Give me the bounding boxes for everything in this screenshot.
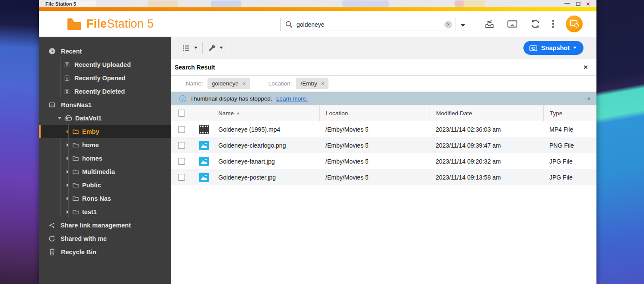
folder-logo-icon: [67, 17, 82, 30]
taskbar-ghost-icon: [211, 0, 241, 7]
close-button[interactable]: ×: [586, 0, 590, 7]
sidebar-item-test1[interactable]: test1: [39, 205, 171, 218]
column-header-modified[interactable]: Modified Date: [430, 105, 543, 121]
sidebar-item-recently-deleted[interactable]: Recently Deleted: [39, 85, 171, 98]
nas-icon: [48, 101, 56, 108]
tree-collapsed-caret-icon[interactable]: [67, 143, 69, 147]
search-options-caret[interactable]: [456, 21, 470, 28]
info-icon: i: [179, 95, 186, 102]
remove-filter-icon[interactable]: ×: [321, 80, 325, 87]
folder-icon: [72, 129, 79, 135]
document-list-icon: [64, 88, 70, 95]
image-file-icon: [199, 141, 209, 150]
sidebar-item-recently-uploaded[interactable]: Recently Uploaded: [39, 58, 171, 71]
accent-gradient-bar: [39, 7, 596, 11]
tree-collapsed-caret-icon[interactable]: [67, 197, 69, 200]
refresh-icon[interactable]: [530, 19, 541, 29]
sidebar-item-multimedia[interactable]: Multimedia: [39, 165, 171, 178]
header-actions: [484, 11, 583, 37]
file-table: Name Location Modified Date Type Goldene…: [171, 105, 596, 284]
sidebar-item-recent[interactable]: Recent: [39, 44, 171, 58]
sort-ascending-icon: [236, 112, 240, 114]
search-clear-icon[interactable]: ×: [444, 21, 452, 28]
row-checkbox[interactable]: [178, 142, 185, 149]
view-mode-button[interactable]: [182, 44, 202, 52]
select-all-checkbox[interactable]: [178, 110, 185, 117]
wallpaper-right: [596, 0, 644, 284]
tree-collapsed-caret-icon[interactable]: [67, 157, 69, 160]
file-name[interactable]: Goldeneye-fanart.jpg: [212, 158, 319, 165]
file-type: JPG File: [543, 174, 596, 181]
file-name[interactable]: Goldeneye-poster.jpg: [212, 174, 319, 181]
list-view-icon: [182, 44, 191, 52]
tree-collapsed-caret-icon[interactable]: [67, 130, 69, 133]
banner-close-icon[interactable]: ×: [587, 95, 590, 102]
tree-collapsed-caret-icon[interactable]: [67, 170, 69, 174]
sidebar-item-recycle-bin[interactable]: Recycle Bin: [39, 245, 171, 259]
desktop-background: File Station 5 × FileStation 5: [0, 0, 644, 284]
minimize-button[interactable]: [564, 3, 570, 4]
sidebar-item-rons-nas[interactable]: Rons Nas: [39, 192, 171, 205]
tree-collapsed-caret-icon[interactable]: [67, 210, 69, 214]
table-header: Name Location Modified Date Type: [171, 105, 596, 121]
table-row[interactable]: Goldeneye (1995).mp4 /Emby/Movies 5 2023…: [171, 121, 596, 137]
sidebar-item-public[interactable]: Public: [39, 178, 171, 192]
sidebar-item-emby[interactable]: Emby: [39, 125, 171, 138]
learn-more-link[interactable]: Learn more.: [276, 95, 308, 102]
sidebar-item-share-link-management[interactable]: Share link management: [39, 218, 171, 232]
filter-chip-name[interactable]: goldeneye ×: [207, 78, 250, 89]
table-row[interactable]: Goldeneye-poster.jpg /Emby/Movies 5 2023…: [171, 169, 596, 185]
panel-close-icon[interactable]: ×: [583, 63, 588, 72]
tools-button[interactable]: [203, 44, 228, 52]
remove-filter-icon[interactable]: ×: [242, 80, 246, 87]
sidebar-item-home[interactable]: home: [39, 138, 171, 151]
column-header-location[interactable]: Location: [319, 105, 430, 121]
app-logo: FileStation 5: [39, 17, 154, 31]
file-name[interactable]: Goldeneye-clearlogo.png: [212, 142, 319, 149]
file-location: /Emby/Movies 5: [319, 158, 430, 165]
window-titlebar[interactable]: File Station 5 ×: [39, 0, 596, 7]
maximize-button[interactable]: [576, 2, 580, 6]
snapshot-caret: [573, 47, 577, 49]
remote-desktop-button[interactable]: [566, 16, 583, 32]
folder-icon: [72, 142, 79, 148]
snapshot-button[interactable]: Snapshot: [523, 41, 583, 55]
recycle-bin-icon: [48, 248, 56, 256]
column-header-name[interactable]: Name: [212, 105, 319, 121]
tree-collapsed-caret-icon[interactable]: [67, 183, 69, 187]
sidebar-item-datavol1[interactable]: DataVol1: [39, 111, 171, 125]
sidebar-item-recently-opened[interactable]: Recently Opened: [39, 71, 171, 85]
file-modified: 2023/11/14 09:39:47 am: [430, 142, 543, 149]
row-checkbox[interactable]: [178, 174, 185, 181]
row-checkbox[interactable]: [178, 158, 185, 165]
filter-chip-location[interactable]: /Emby ×: [296, 78, 328, 89]
file-type: PNG File: [543, 142, 596, 149]
banner-text: Thumbnail display has stopped.: [190, 95, 272, 102]
sidebar-item-homes[interactable]: homes: [39, 151, 171, 165]
table-row[interactable]: Goldeneye-clearlogo.png /Emby/Movies 5 2…: [171, 137, 596, 153]
folder-icon: [72, 182, 79, 188]
taskbar-ghost-icon: [148, 0, 178, 7]
tree-expanded-caret-icon[interactable]: [58, 117, 61, 120]
table-row[interactable]: Goldeneye-fanart.jpg /Emby/Movies 5 2023…: [171, 153, 596, 169]
wallpaper-left: [0, 0, 40, 284]
view-mode-caret: [194, 47, 198, 49]
tools-caret: [220, 47, 223, 49]
background-tasks-icon[interactable]: [484, 19, 495, 29]
sidebar-item-ronsnas1[interactable]: RonsNas1: [39, 98, 171, 111]
app-header: FileStation 5 ×: [39, 11, 596, 37]
file-name[interactable]: Goldeneye (1995).mp4: [212, 126, 319, 133]
folder-icon: [72, 155, 79, 161]
filter-name-label: Name:: [186, 80, 203, 87]
column-header-type[interactable]: Type: [543, 105, 596, 121]
cast-icon[interactable]: [507, 19, 518, 29]
app-title: FileStation 5: [86, 17, 154, 31]
row-checkbox[interactable]: [178, 126, 185, 133]
search-input[interactable]: [296, 21, 444, 28]
filestation-window: File Station 5 × FileStation 5: [39, 0, 596, 284]
sidebar-item-shared-with-me[interactable]: Shared with me: [39, 232, 171, 245]
volume-icon: [64, 114, 73, 122]
more-options-icon[interactable]: [552, 20, 554, 28]
sidebar: Recent Recently Uploaded Recently Opened: [39, 37, 171, 284]
image-file-icon: [199, 157, 209, 166]
